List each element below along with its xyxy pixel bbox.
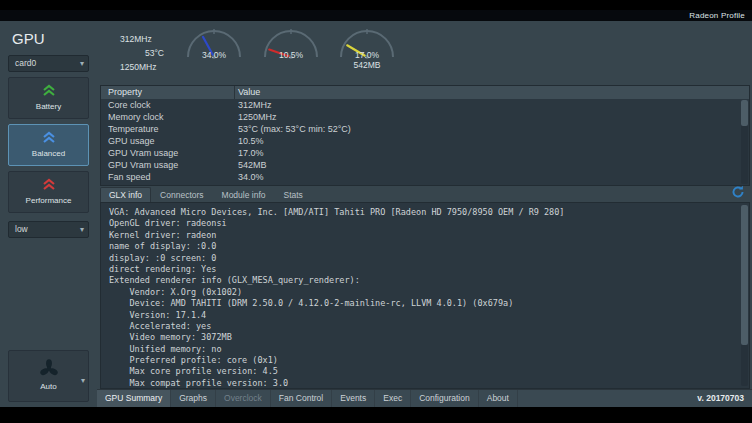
glx-info-line: name of display: :0.0 <box>109 241 749 252</box>
refresh-icon <box>731 185 745 203</box>
property-cell: GPU Vram usage <box>101 159 235 171</box>
battery-icon <box>9 82 88 100</box>
table-row: Temperature53°C (max: 53°C min: 52°C) <box>101 123 749 135</box>
glx-info-line: Accelerated: yes <box>109 321 749 332</box>
glx-info-line: Max core profile version: 4.5 <box>109 366 749 377</box>
glx-info-line: Max compat profile version: 3.0 <box>109 378 749 389</box>
version-label: v. 20170703 <box>697 390 752 407</box>
tab-gpu-summary[interactable]: GPU Summary <box>97 390 171 407</box>
table-row: Memory clock1250MHz <box>101 111 749 123</box>
chevron-down-icon: ▾ <box>81 376 85 385</box>
value-cell: 542MB <box>235 159 749 171</box>
table-row: Fan speed34.0% <box>101 171 749 183</box>
property-header[interactable]: Property <box>101 86 235 99</box>
gauge-value: 34.0% <box>182 50 246 60</box>
glx-info-line: display: :0 screen: 0 <box>109 253 749 264</box>
table-scrollbar-thumb[interactable] <box>741 100 748 126</box>
value-cell: 53°C (max: 53°C min: 52°C) <box>235 123 749 135</box>
gauge-value: 10.5% <box>259 50 323 60</box>
summary-table: Property Value Core clock312MHz Memory c… <box>100 85 750 186</box>
tab-configuration[interactable]: Configuration <box>411 390 479 407</box>
radeon-profile-window: Radeon Profile GPU card0 ▾ Battery Balan… <box>0 10 752 407</box>
glx-info-line: direct rendering: Yes <box>109 264 749 275</box>
performance-profile-button[interactable]: Performance <box>8 171 89 213</box>
tab-events[interactable]: Events <box>332 390 375 407</box>
tab-exec[interactable]: Exec <box>375 390 411 407</box>
glx-info-line: Vendor: X.Org (0x1002) <box>109 287 749 298</box>
memory-clock-readout: 1250MHz <box>120 62 156 72</box>
power-level-select[interactable]: low ▾ <box>8 221 89 238</box>
info-tabs: GLX info Connectors Module info Stats <box>97 186 752 202</box>
glx-info-line: Preferred profile: core (0x1) <box>109 355 749 366</box>
bottom-tab-bar: GPU Summary Graphs Overclock Fan Control… <box>97 389 752 407</box>
value-cell: 17.0% <box>235 147 749 159</box>
table-row: GPU Vram usage542MB <box>101 159 749 171</box>
property-cell: Core clock <box>101 99 235 111</box>
tab-about[interactable]: About <box>479 390 518 407</box>
screen: Radeon Profile GPU card0 ▾ Battery Balan… <box>0 0 752 423</box>
gpu-usage-gauge: 10.5% <box>259 27 323 83</box>
gauge-subvalue: 542MB <box>335 60 399 70</box>
battery-profile-button[interactable]: Battery <box>8 77 89 119</box>
card-select-value: card0 <box>15 58 36 68</box>
value-cell: 34.0% <box>235 171 749 183</box>
gauge-value: 17.0% <box>335 50 399 60</box>
value-cell: 312MHz <box>235 99 749 111</box>
table-row: GPU Vram usage17.0% <box>101 147 749 159</box>
tab-connectors[interactable]: Connectors <box>151 187 212 202</box>
property-cell: GPU Vram usage <box>101 147 235 159</box>
table-header-row: Property Value <box>101 86 749 99</box>
glx-info-line: Kernel driver: radeon <box>109 230 749 241</box>
property-cell: GPU usage <box>101 135 235 147</box>
window-title: Radeon Profile <box>689 11 745 20</box>
tab-glx-info[interactable]: GLX info <box>100 187 151 202</box>
fan-icon <box>9 358 88 380</box>
tab-fan-control[interactable]: Fan Control <box>271 390 332 407</box>
console-scrollbar-thumb[interactable] <box>741 205 748 345</box>
table-scrollbar <box>741 100 748 184</box>
main-panel: 312MHz 53°C 1250MHz 34.0% <box>97 21 752 407</box>
tab-module-info[interactable]: Module info <box>213 187 275 202</box>
gpu-label: GPU <box>0 21 97 47</box>
property-cell: Memory clock <box>101 111 235 123</box>
performance-label: Performance <box>9 196 88 205</box>
battery-label: Battery <box>9 102 88 111</box>
core-clock-readout: 312MHz <box>120 34 152 44</box>
property-cell: Temperature <box>101 123 235 135</box>
titlebar[interactable]: Radeon Profile <box>0 10 752 21</box>
table-row: Core clock312MHz <box>101 99 749 111</box>
bottom-bar-spacer <box>518 390 697 407</box>
table-row: GPU usage10.5% <box>101 135 749 147</box>
tab-graphs[interactable]: Graphs <box>171 390 216 407</box>
fan-speed-gauge: 34.0% <box>182 27 246 83</box>
console-scrollbar <box>741 205 748 386</box>
glx-info-line: Unified memory: no <box>109 344 749 355</box>
balanced-icon <box>9 129 88 147</box>
value-cell: 1250MHz <box>235 111 749 123</box>
balanced-label: Balanced <box>9 149 88 158</box>
glx-info-panel: VGA: Advanced Micro Devices, Inc. [AMD/A… <box>100 202 750 389</box>
glx-info-line: Version: 17.1.4 <box>109 310 749 321</box>
tab-overclock[interactable]: Overclock <box>216 390 271 407</box>
tab-stats[interactable]: Stats <box>275 187 312 202</box>
balanced-profile-button[interactable]: Balanced <box>8 124 89 166</box>
auto-label: Auto <box>9 382 88 391</box>
glx-info-line: Device: AMD TAHITI (DRM 2.50.0 / 4.12.0-… <box>109 298 749 309</box>
refresh-button[interactable] <box>730 186 746 202</box>
performance-icon <box>9 176 88 194</box>
property-cell: Fan speed <box>101 171 235 183</box>
glx-info-line: OpenGL driver: radeonsi <box>109 218 749 229</box>
sidebar: GPU card0 ▾ Battery Balanced <box>0 21 97 407</box>
card-select[interactable]: card0 ▾ <box>8 55 89 72</box>
vram-usage-gauge: 17.0% 542MB <box>335 27 399 83</box>
temperature-readout: 53°C <box>145 48 164 58</box>
glx-info-line: VGA: Advanced Micro Devices, Inc. [AMD/A… <box>109 207 749 218</box>
glx-info-line: Extended renderer info (GLX_MESA_query_r… <box>109 275 749 286</box>
value-header[interactable]: Value <box>235 86 749 99</box>
glx-info-line: Video memory: 3072MB <box>109 332 749 343</box>
value-cell: 10.5% <box>235 135 749 147</box>
power-level-value: low <box>15 224 28 234</box>
auto-fan-button[interactable]: Auto ▾ <box>8 350 89 402</box>
chevron-down-icon: ▾ <box>80 222 84 237</box>
summary-header: 312MHz 53°C 1250MHz 34.0% <box>97 21 752 85</box>
